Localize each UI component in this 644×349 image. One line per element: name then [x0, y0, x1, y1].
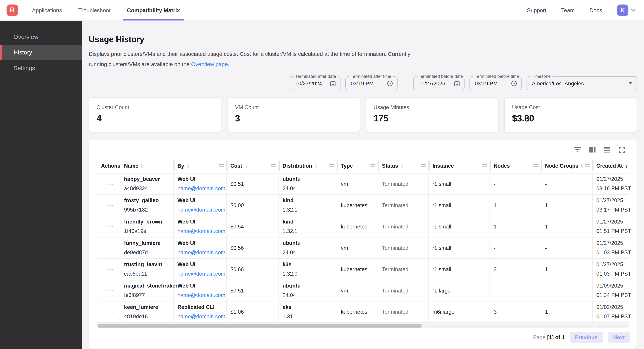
- next-page-button[interactable]: Next: [608, 332, 630, 343]
- sidebar-item-overview[interactable]: Overview: [0, 29, 82, 45]
- email-link[interactable]: name@domain.com: [178, 271, 226, 277]
- header-cell-controls: [329, 158, 338, 173]
- sort-icons[interactable]: ↑↓: [314, 164, 318, 168]
- cell-text: kubernetes: [341, 202, 378, 209]
- sort-icons[interactable]: ↑↓: [355, 164, 358, 168]
- tab-troubleshoot[interactable]: Troubleshoot: [70, 0, 118, 20]
- cell-nodes: -: [490, 280, 541, 301]
- scrollbar-thumb[interactable]: [98, 324, 422, 328]
- chevron-down-icon[interactable]: [631, 8, 636, 12]
- sort-icons[interactable]: ↑↓: [400, 164, 403, 168]
- cell-text: -: [545, 245, 592, 251]
- column-menu-icon[interactable]: [534, 164, 538, 167]
- column-menu-icon[interactable]: [329, 164, 334, 167]
- cell-distribution: ubuntu24.04: [279, 173, 337, 194]
- column-menu-icon[interactable]: [421, 164, 426, 167]
- sort-icons[interactable]: ↑↓: [244, 164, 247, 168]
- column-header-by[interactable]: By↑↓: [174, 158, 227, 173]
- tab-compatibility-matrix[interactable]: Compatibility Matrix: [119, 0, 188, 20]
- column-header-cost[interactable]: Cost↑↓: [227, 158, 279, 173]
- email-link[interactable]: name@domain.com: [178, 185, 226, 192]
- row-actions-menu[interactable]: •••: [107, 309, 114, 315]
- column-header-name[interactable]: Name↑↓: [120, 158, 174, 173]
- email-link[interactable]: name@domain.com: [178, 249, 226, 256]
- email-link[interactable]: name@domain.com: [178, 313, 226, 320]
- column-menu-icon[interactable]: [585, 164, 590, 167]
- sidebar-item-history[interactable]: History: [0, 45, 82, 60]
- tab-applications[interactable]: Applications: [24, 0, 70, 20]
- terminated-after-date-field[interactable]: Terminated after date10/27/2024: [290, 76, 341, 90]
- top-nav-bar: R ApplicationsTroubleshootCompatibility …: [0, 0, 644, 21]
- column-label: Actions: [101, 163, 120, 169]
- column-header-type[interactable]: Type↑↓: [337, 158, 378, 173]
- cell-by: Web UIname@domain.com: [174, 280, 227, 301]
- column-menu-icon[interactable]: [482, 164, 487, 167]
- column-menu-icon[interactable]: [219, 164, 224, 167]
- cell-by: Web UIname@domain.com: [174, 195, 227, 216]
- row-actions-menu[interactable]: •••: [107, 266, 114, 273]
- terminated-after-time-field[interactable]: Terminated after time03:19 PM: [346, 76, 398, 90]
- cell-cost: $0.00: [227, 195, 279, 216]
- nav-support[interactable]: Support: [527, 7, 546, 13]
- density-icon[interactable]: [601, 144, 613, 155]
- column-header-created-at[interactable]: Created At↓: [593, 158, 630, 173]
- stat-label: Usage Cost: [512, 104, 629, 110]
- sorted-desc-icon[interactable]: ↓: [625, 163, 628, 169]
- fullscreen-icon[interactable]: [616, 144, 628, 155]
- sort-icons[interactable]: ↑↓: [186, 164, 189, 168]
- sidebar-item-settings[interactable]: Settings: [0, 60, 82, 76]
- replicated-logo[interactable]: R: [6, 4, 18, 16]
- column-header-status[interactable]: Status↑↓: [378, 158, 429, 173]
- cell-text: r1.small: [432, 245, 490, 251]
- filter-icon[interactable]: [572, 144, 583, 155]
- column-menu-icon[interactable]: [271, 164, 276, 167]
- row-actions-menu[interactable]: •••: [107, 223, 114, 230]
- nav-team[interactable]: Team: [561, 7, 574, 13]
- table-row: •••keen_lumiere4819de16Replicated CLInam…: [98, 301, 629, 323]
- cell-cost: $1.06: [227, 301, 279, 322]
- nav-docs[interactable]: Docs: [590, 7, 602, 13]
- row-actions-menu[interactable]: •••: [107, 245, 114, 251]
- cell-cost: $0.51: [227, 173, 279, 194]
- cell-type: vm: [337, 238, 378, 258]
- clock-icon: [387, 80, 393, 86]
- row-actions-menu[interactable]: •••: [107, 181, 114, 187]
- header-cell-controls: [534, 158, 542, 173]
- sort-icons[interactable]: ↑↓: [512, 164, 515, 168]
- column-header-node-groups[interactable]: Node Groups↑↓: [541, 158, 592, 173]
- columns-icon[interactable]: [586, 144, 598, 155]
- secondary-text: 24.04: [282, 292, 337, 299]
- usage-history-table: ActionsName↑↓By↑↓Cost↑↓Distribution↑↓Typ…: [98, 158, 629, 328]
- cell-type: kubernetes: [337, 195, 378, 216]
- horizontal-scrollbar[interactable]: [98, 324, 629, 328]
- overview-page-link[interactable]: Overview page: [191, 61, 228, 67]
- column-menu-icon[interactable]: [370, 164, 376, 167]
- column-header-instance[interactable]: Instance↑↓: [429, 158, 490, 173]
- row-actions-menu[interactable]: •••: [107, 202, 114, 209]
- cell-node-groups: 1: [541, 259, 592, 280]
- timezone-field[interactable]: TimezoneAmerica/Los_Angeles: [526, 76, 637, 90]
- cell-text: r1.small: [432, 266, 490, 273]
- created-by: Replicated CLI: [178, 304, 226, 311]
- sort-icons[interactable]: ↑↓: [140, 164, 144, 168]
- row-actions-menu[interactable]: •••: [107, 287, 114, 294]
- cell-instance: r1.small: [429, 195, 490, 216]
- column-label: Nodes: [494, 163, 510, 169]
- column-header-distribution[interactable]: Distribution↑↓: [279, 158, 337, 173]
- cell-nodes: -: [490, 173, 541, 194]
- sort-icons[interactable]: ↑↓: [580, 164, 584, 168]
- created-time: 01:51 PM PST: [596, 228, 630, 234]
- email-link[interactable]: name@domain.com: [178, 207, 226, 213]
- cell-instance: r1.small: [429, 259, 490, 280]
- email-link[interactable]: name@domain.com: [178, 292, 226, 299]
- column-header-nodes[interactable]: Nodes↑↓: [490, 158, 541, 173]
- email-link[interactable]: name@domain.com: [178, 228, 226, 234]
- previous-page-button[interactable]: Previous: [570, 332, 603, 343]
- cell-text: r1.small: [432, 202, 490, 209]
- avatar[interactable]: K: [617, 4, 628, 16]
- sort-icons[interactable]: ↑↓: [456, 164, 459, 168]
- cell-nodes: 3: [490, 259, 541, 280]
- terminated-before-time-field[interactable]: Terminated before time03:19 PM: [470, 76, 522, 90]
- cell-created-at: 01/27/202503:18 PM PST: [593, 173, 630, 194]
- terminated-before-date-field[interactable]: Terminated before date01/27/2025: [413, 76, 464, 90]
